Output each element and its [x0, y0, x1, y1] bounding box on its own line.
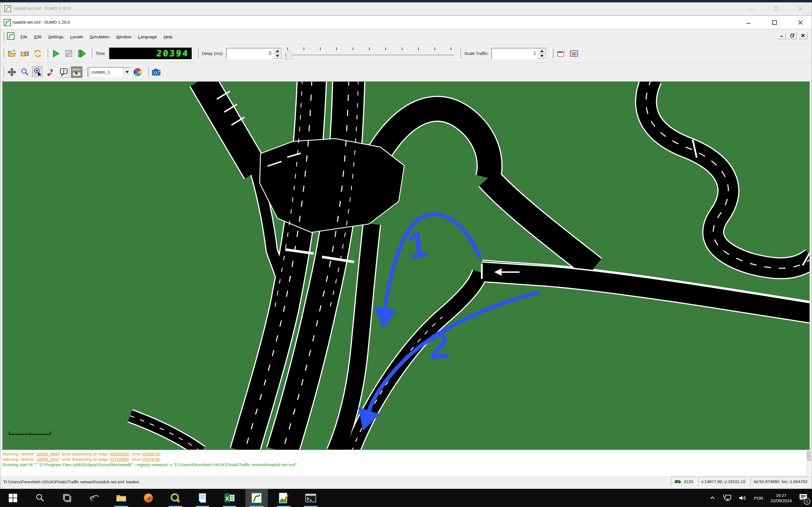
edge-id-link[interactable]: 66320320 — [110, 452, 129, 456]
log-line-warning: Warning: Vehicle '18000_3837' ends telep… — [3, 457, 812, 462]
inspect-button[interactable]: ? — [45, 66, 56, 78]
screenshot-button[interactable] — [151, 66, 162, 78]
maximize-button[interactable] — [771, 19, 778, 26]
network-icon[interactable] — [723, 495, 731, 501]
toolbar-grip[interactable] — [2, 67, 4, 77]
notepad-icon — [197, 492, 208, 504]
qgis-button[interactable] — [164, 489, 187, 507]
locate-objects-button[interactable] — [32, 66, 43, 78]
notepad-button[interactable] — [191, 489, 214, 507]
open-network-button[interactable] — [6, 48, 17, 59]
message-window-button[interactable] — [58, 66, 69, 78]
excel-button[interactable]: X — [218, 489, 241, 507]
mdi-restore-button[interactable] — [788, 32, 797, 39]
toolbar-grip[interactable] — [86, 67, 88, 77]
menu-settings[interactable]: Settings — [45, 33, 67, 41]
menubar: File Edit Settings Locate Simulation Win… — [0, 29, 812, 44]
delay-input[interactable]: 0 — [226, 48, 282, 59]
time-link[interactable]: 20378.00 — [142, 457, 160, 462]
taskbar-clock[interactable]: 16:27 22/09/2024 — [770, 493, 792, 503]
language-indicator[interactable]: POR — [754, 496, 763, 501]
toolbar-grip[interactable] — [46, 49, 48, 58]
toolbar-grip[interactable] — [196, 49, 199, 58]
slider-track[interactable] — [285, 55, 454, 56]
toolbar-grip[interactable] — [90, 49, 92, 58]
task-view-button[interactable] — [56, 489, 79, 507]
move-arrows-icon — [7, 68, 16, 76]
start-button[interactable] — [2, 489, 24, 507]
combo-drop-button[interactable] — [123, 68, 131, 76]
toolbar-grip[interactable] — [146, 67, 149, 77]
terminal-button[interactable] — [299, 489, 322, 507]
close-icon — [801, 33, 805, 38]
menu-button-label: MENU — [73, 68, 81, 71]
menu-help[interactable]: Help — [160, 33, 175, 41]
chevron-down-icon — [125, 71, 129, 73]
scale-traffic-input[interactable]: 1 — [492, 48, 547, 59]
mdi-minimize-button[interactable] — [777, 32, 786, 39]
taskbar-search-button[interactable] — [29, 489, 51, 507]
close-icon — [797, 19, 804, 25]
toolbar-grip[interactable] — [551, 49, 553, 58]
vehicle-id-link[interactable]: 18000_4844 — [36, 452, 59, 456]
log-scrollbar[interactable] — [806, 451, 811, 475]
recenter-view-button[interactable] — [6, 66, 17, 78]
cursor-geo-cell: lat:54.974680, lon:-1.604702 — [751, 476, 811, 486]
toolbar-grip[interactable] — [2, 32, 4, 41]
file-explorer-button[interactable] — [110, 489, 133, 507]
view-toolbar: ? MENU custom_1 — [0, 63, 812, 81]
internet-explorer-button[interactable]: e — [83, 489, 105, 507]
clock-date: 22/09/2024 — [770, 498, 792, 503]
annotation-label-2: 2 — [427, 325, 451, 367]
toolbar-grip[interactable] — [2, 49, 4, 58]
open-3d-view-button[interactable]: 3D — [568, 48, 580, 59]
menu-simulation[interactable]: Simulation — [86, 33, 113, 41]
simulation-canvas[interactable]: 1 2 — [2, 81, 810, 450]
time-link[interactable]: 20298.00 — [143, 452, 160, 456]
sumo-taskbar-button[interactable] — [245, 489, 268, 507]
new-view-button[interactable] — [555, 48, 567, 59]
coloring-scheme-select[interactable]: custom_1 — [89, 67, 131, 77]
zoom-button[interactable] — [19, 66, 31, 78]
message-log[interactable]: Warning: Vehicle '18000_4844' ends telep… — [0, 450, 812, 476]
menu-file[interactable]: File — [17, 33, 31, 41]
edit-coloring-button[interactable] — [132, 66, 143, 78]
slider-thumb[interactable] — [286, 50, 292, 60]
menu-locate[interactable]: Locate — [67, 33, 86, 41]
netedit-button[interactable] — [272, 489, 295, 507]
statusbar: 'D:\Users\Fereshteh.V6\UK\Finals\Traffic… — [0, 476, 812, 488]
menu-edit[interactable]: Edit — [31, 33, 45, 41]
step-button[interactable] — [76, 48, 87, 59]
delay-slider[interactable] — [285, 46, 454, 61]
run-button[interactable] — [50, 48, 61, 59]
spin-down-icon — [276, 55, 279, 57]
stop-button[interactable] — [63, 48, 74, 59]
minimize-icon — [749, 6, 755, 11]
edge-id-link[interactable]: 31150693 — [110, 457, 129, 462]
delay-spin-up[interactable] — [273, 48, 282, 54]
menu-window[interactable]: Window — [113, 33, 135, 41]
delay-spin-down[interactable] — [273, 54, 282, 59]
volume-icon[interactable] — [739, 495, 747, 501]
menu-toggle-button[interactable]: MENU — [71, 66, 82, 78]
close-button[interactable] — [797, 19, 804, 26]
file-explorer-icon — [116, 492, 127, 504]
open-additional-button[interactable] — [19, 48, 31, 59]
scale-traffic-label: Scale Traffic: — [464, 51, 489, 56]
cursor-xy-cell: x:14877.80, y:19101.15 — [698, 476, 749, 486]
firefox-button[interactable] — [137, 489, 160, 507]
mdi-close-button[interactable] — [799, 32, 807, 39]
minimize-button[interactable] — [745, 19, 752, 26]
vehicle-count-cell: 3120 — [671, 476, 696, 486]
tray-chevron-icon[interactable] — [709, 495, 716, 501]
scale-spin-up[interactable] — [538, 48, 546, 54]
spin-up-icon — [276, 50, 279, 52]
menu-language[interactable]: Language — [135, 33, 160, 41]
toolbar-grip[interactable] — [459, 49, 461, 58]
action-center-button[interactable]: 1 — [799, 494, 808, 503]
log-scrollbar-thumb[interactable] — [807, 451, 811, 461]
vehicle-id-link[interactable]: 18000_3837 — [36, 457, 59, 462]
reload-button[interactable] — [32, 48, 43, 59]
scale-spin-down[interactable] — [538, 54, 546, 59]
maximize-icon — [771, 19, 777, 25]
